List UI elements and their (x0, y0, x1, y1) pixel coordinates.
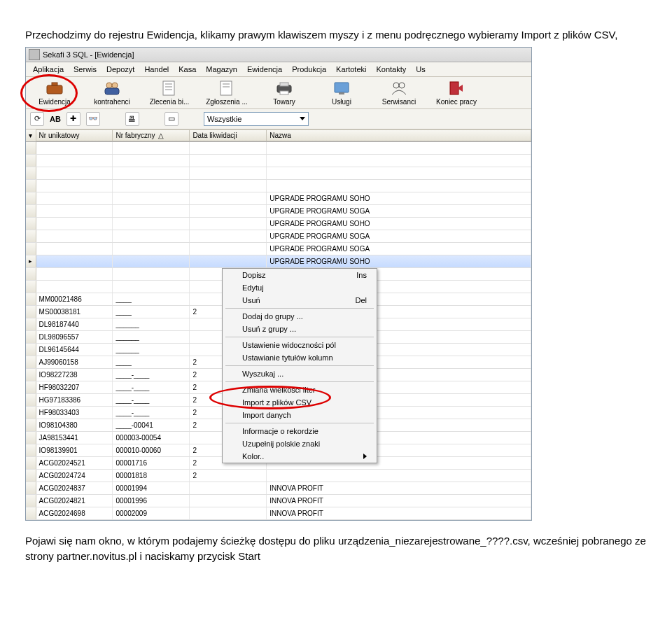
row-marker (26, 356, 36, 368)
ctx-usun-grupy[interactable]: Usuń z grupy ... (223, 323, 377, 335)
menu-ewidencja[interactable]: Ewidencja (243, 64, 286, 75)
row-marker (26, 192, 36, 204)
cell (36, 243, 113, 255)
table-row[interactable]: UPGRADE PROGRAMU SOHO (26, 192, 531, 205)
tb-label: Zgłoszenia ... (206, 98, 247, 106)
cell (190, 243, 267, 255)
menubar[interactable]: Aplikacja Serwis Depozyt Handel Kasa Mag… (26, 62, 531, 77)
refresh-icon[interactable]: ⟳ (30, 112, 44, 126)
ctx-info-rec[interactable]: Informacje o rekordzie (223, 425, 377, 437)
tb-uslugi[interactable]: Usługi (317, 80, 366, 106)
cell (113, 155, 190, 167)
table-row[interactable] (26, 167, 531, 180)
cell: 00001994 (113, 482, 190, 494)
table-row[interactable]: ACG02024724000018182 (26, 470, 531, 482)
ctx-ust-tytul[interactable]: Ustawianie tytułów kolumn (223, 351, 377, 364)
ctx-edytuj[interactable]: Edytuj (223, 281, 377, 294)
table-row[interactable]: ▸UPGRADE PROGRAMU SOHO (26, 255, 531, 268)
cell: UPGRADE PROGRAMU SOHO (267, 255, 531, 267)
ctx-import-csv[interactable]: Import z plików CSV (223, 396, 377, 409)
tb-label: Serwisanci (382, 98, 416, 106)
cell: ACG02024821 (36, 495, 113, 507)
menu-kartoteki[interactable]: Kartoteki (332, 64, 370, 75)
menu-aplikacja[interactable]: Aplikacja (29, 64, 68, 75)
cell (190, 205, 267, 217)
table-row[interactable]: UPGRADE PROGRAMU SOGA (26, 230, 531, 243)
col-nazwa[interactable]: Nazwa (267, 129, 531, 141)
menu-depozyt[interactable]: Depozyt (102, 64, 139, 75)
filter-combo[interactable]: Wszystkie (204, 112, 309, 126)
cell: 000010-00060 (113, 444, 190, 456)
tb-towary[interactable]: Towary (260, 80, 309, 106)
menu-handel[interactable]: Handel (140, 64, 173, 75)
ctx-import-danych[interactable]: Import danych (223, 409, 377, 421)
cell: ACG02024724 (36, 470, 113, 482)
row-marker (26, 407, 36, 419)
menu-kasa[interactable]: Kasa (174, 64, 200, 75)
ctx-separator (225, 337, 374, 337)
menu-magazyn[interactable]: Magazyn (202, 64, 241, 75)
binoc-icon[interactable]: 👓 (86, 112, 100, 126)
ctx-uzupelnij[interactable]: Uzupełnij polskie znaki (223, 437, 377, 450)
cell: DL98187440 (36, 318, 113, 330)
ctx-wyszukaj[interactable]: Wyszukaj ... (223, 367, 377, 380)
ctx-ust-widocz[interactable]: Ustawienie widoczności pól (223, 339, 377, 351)
table-row[interactable]: ACG0202469800002009INNOVA PROFIT (26, 507, 531, 520)
col-nr-fabryczny[interactable]: Nr fabryczny△ (113, 129, 190, 141)
ctx-separator (225, 423, 374, 423)
ctx-kolor[interactable]: Kolor.. (223, 450, 377, 463)
col-data-likwidacji[interactable]: Data likwidacji (190, 129, 267, 141)
ctx-dodaj-grupy[interactable]: Dodaj do grupy ... (223, 310, 377, 323)
cell: 00001716 (113, 457, 190, 469)
table-row[interactable]: UPGRADE PROGRAMU SOHO (26, 218, 531, 230)
row-marker (26, 205, 36, 217)
print-icon[interactable]: 🖶 (125, 112, 139, 126)
row-marker (26, 394, 36, 406)
row-marker: ▸ (26, 255, 36, 267)
row-marker (26, 457, 36, 469)
row-marker (26, 495, 36, 507)
table-row[interactable]: UPGRADE PROGRAMU SOGA (26, 205, 531, 218)
cell: HG97183386 (36, 394, 113, 406)
cell (190, 142, 267, 154)
ab-icon[interactable]: AB (50, 115, 61, 123)
tb-zgloszenia[interactable]: Zgłoszenia ... (202, 80, 251, 106)
context-menu[interactable]: DopiszIns Edytuj UsuńDel Dodaj do grupy … (222, 268, 377, 463)
menu-serwis[interactable]: Serwis (69, 64, 101, 75)
menu-us[interactable]: Us (412, 64, 429, 75)
ctx-usun[interactable]: UsuńDel (223, 294, 377, 307)
svg-rect-5 (163, 81, 174, 95)
sort-icon: △ (158, 132, 164, 139)
row-marker (26, 470, 36, 482)
menu-produkcja[interactable]: Produkcja (288, 64, 330, 75)
screen2-icon[interactable]: ▭ (164, 112, 178, 126)
table-row[interactable] (26, 155, 531, 167)
svg-point-2 (106, 83, 112, 88)
row-marker (26, 432, 36, 444)
row-marker (26, 507, 36, 519)
plus-icon[interactable]: ✚ (66, 112, 80, 126)
row-marker (26, 444, 36, 456)
ctx-zmiana[interactable]: Zmiana wielkości liter (223, 384, 377, 396)
table-row[interactable] (26, 142, 531, 155)
row-marker-header[interactable]: ▾ (26, 129, 36, 141)
data-grid[interactable]: UPGRADE PROGRAMU SOHOUPGRADE PROGRAMU SO… (26, 142, 531, 520)
tb-serwisanci[interactable]: Serwisanci (374, 80, 424, 106)
table-row[interactable]: UPGRADE PROGRAMU SOGA (26, 243, 531, 255)
table-row[interactable] (26, 180, 531, 192)
tb-kontrahenci[interactable]: kontrahenci (88, 80, 136, 106)
table-row[interactable]: ACG0202483700001994INNOVA PROFIT (26, 482, 531, 495)
table-row[interactable]: ACG0202482100001996INNOVA PROFIT (26, 495, 531, 507)
cell (36, 180, 113, 192)
cell (267, 180, 531, 192)
cell (113, 230, 190, 242)
tb-ewidencja[interactable]: Ewidencja (30, 80, 79, 106)
combo-text: Wszystkie (207, 115, 242, 123)
row-marker (26, 230, 36, 242)
col-nr-unikatowy[interactable]: Nr unikatowy (36, 129, 113, 141)
menu-kontakty[interactable]: Kontakty (372, 64, 410, 75)
tb-zlecenia[interactable]: Zlecenia bi... (145, 80, 194, 106)
ctx-dopisz[interactable]: DopiszIns (223, 269, 377, 281)
cell: IO98104380 (36, 419, 113, 431)
tb-koniec[interactable]: Koniec pracy (432, 80, 481, 106)
